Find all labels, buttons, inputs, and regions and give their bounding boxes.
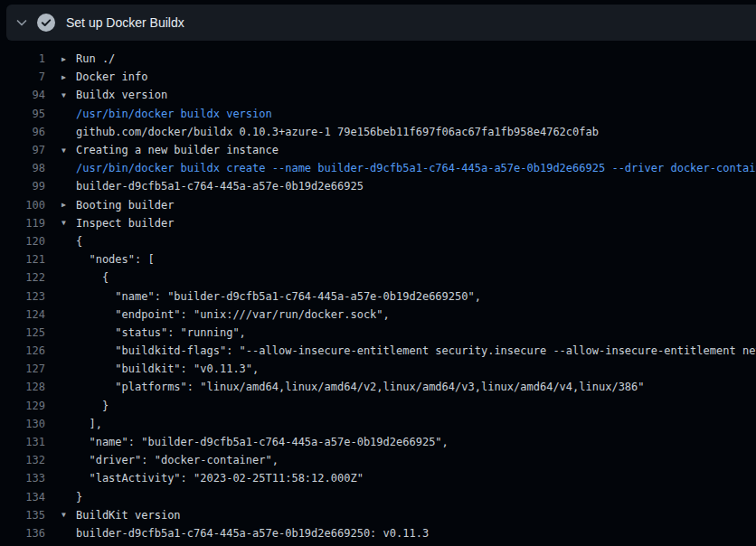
log-line: 95 /usr/bin/docker buildx version	[0, 105, 756, 123]
log-text: Inspect builder	[76, 217, 756, 230]
log-text: "endpoint": "unix:///var/run/docker.sock…	[76, 308, 756, 321]
log-line: 121 "nodes": [	[0, 250, 756, 268]
log-text: /usr/bin/docker buildx create --name bui…	[76, 162, 756, 174]
log-text: Docker info	[76, 71, 756, 83]
log-text: ],	[76, 418, 756, 430]
step-title: Set up Docker Buildx	[66, 15, 184, 30]
log-text: builder-d9cfb5a1-c764-445a-a57e-0b19d2e6…	[76, 527, 756, 540]
line-number[interactable]: 1	[0, 52, 45, 65]
log-area: 1 ▶ Run ./ 7 ▶ Docker info 94 ▼ Buildx v…	[0, 41, 756, 542]
line-number[interactable]: 124	[0, 308, 45, 321]
line-number[interactable]: 94	[0, 89, 45, 101]
log-line: 136 builder-d9cfb5a1-c764-445a-a57e-0b19…	[0, 524, 756, 542]
log-line: 126 "buildkitd-flags": "--allow-insecure…	[0, 342, 756, 360]
log-text: }	[76, 491, 756, 504]
log-line: 127 "buildkit": "v0.11.3",	[0, 360, 756, 378]
line-number[interactable]: 99	[0, 180, 45, 193]
log-text: }	[76, 400, 756, 412]
log-line: 98 /usr/bin/docker buildx create --name …	[0, 159, 756, 177]
log-line: 99 builder-d9cfb5a1-c764-445a-a57e-0b19d…	[0, 177, 756, 195]
line-number[interactable]: 130	[0, 418, 45, 430]
log-text: github.com/docker/buildx 0.10.3+azure-1 …	[76, 126, 756, 138]
log-group-row[interactable]: 135 ▼ BuildKit version	[0, 506, 756, 524]
log-text: BuildKit version	[76, 509, 756, 522]
triangle-right-icon: ▶	[61, 73, 76, 81]
log-text: "name": "builder-d9cfb5a1-c764-445a-a57e…	[76, 436, 756, 448]
triangle-right-icon: ▶	[61, 55, 76, 63]
triangle-down-icon: ▼	[61, 511, 76, 519]
chevron-down-icon[interactable]	[14, 15, 29, 30]
log-group-row[interactable]: 100 ▶ Booting builder	[0, 196, 756, 214]
log-line: 122 {	[0, 268, 756, 287]
line-number[interactable]: 129	[0, 400, 45, 412]
line-number[interactable]: 123	[0, 290, 45, 303]
log-text: Booting builder	[76, 199, 756, 212]
log-text: "nodes": [	[76, 253, 756, 266]
line-number[interactable]: 132	[0, 454, 45, 466]
line-number[interactable]: 135	[0, 509, 45, 522]
triangle-down-icon: ▼	[61, 146, 76, 155]
line-number[interactable]: 100	[0, 199, 45, 212]
triangle-down-icon: ▼	[61, 219, 76, 227]
log-text: builder-d9cfb5a1-c764-445a-a57e-0b19d2e6…	[76, 180, 756, 193]
log-text: "lastActivity": "2023-02-25T11:58:12.000…	[76, 472, 756, 485]
line-number[interactable]: 120	[0, 235, 45, 248]
log-line: 134 }	[0, 488, 756, 506]
log-line: 133 "lastActivity": "2023-02-25T11:58:12…	[0, 469, 756, 487]
line-number[interactable]: 122	[0, 271, 45, 284]
line-number[interactable]: 127	[0, 362, 45, 375]
log-line: 123 "name": "builder-d9cfb5a1-c764-445a-…	[0, 287, 756, 305]
log-text: "name": "builder-d9cfb5a1-c764-445a-a57e…	[76, 290, 756, 303]
log-line: 129 }	[0, 397, 756, 415]
log-text: {	[76, 235, 756, 248]
line-number[interactable]: 121	[0, 253, 45, 266]
line-number[interactable]: 95	[0, 108, 45, 120]
log-group-row[interactable]: 7 ▶ Docker info	[0, 68, 756, 86]
line-number[interactable]: 133	[0, 472, 45, 485]
log-line: 125 "status": "running",	[0, 324, 756, 342]
line-number[interactable]: 119	[0, 217, 45, 230]
log-group-row[interactable]: 119 ▼ Inspect builder	[0, 214, 756, 232]
log-group-row[interactable]: 1 ▶ Run ./	[0, 50, 756, 68]
log-text: "status": "running",	[76, 326, 756, 339]
log-line: 128 "platforms": "linux/amd64,linux/amd6…	[0, 378, 756, 396]
line-number[interactable]: 131	[0, 436, 45, 448]
step-header[interactable]: Set up Docker Buildx	[6, 5, 756, 41]
log-text: {	[76, 271, 756, 284]
log-text: /usr/bin/docker buildx version	[76, 108, 756, 120]
line-number[interactable]: 136	[0, 527, 45, 540]
check-circle-icon	[37, 14, 55, 32]
log-line: 130 ],	[0, 415, 756, 433]
log-text: Buildx version	[76, 89, 756, 101]
log-text: Creating a new builder instance	[76, 144, 756, 156]
triangle-right-icon: ▶	[61, 201, 76, 209]
log-text: "buildkitd-flags": "--allow-insecure-ent…	[76, 344, 756, 357]
line-number[interactable]: 134	[0, 491, 45, 504]
log-group-row[interactable]: 97 ▼ Creating a new builder instance	[0, 141, 756, 159]
log-text: "buildkit": "v0.11.3",	[76, 362, 756, 375]
log-line: 132 "driver": "docker-container",	[0, 451, 756, 469]
log-group-row[interactable]: 94 ▼ Buildx version	[0, 86, 756, 104]
log-line: 124 "endpoint": "unix:///var/run/docker.…	[0, 306, 756, 324]
line-number[interactable]: 97	[0, 144, 45, 156]
log-line: 120 {	[0, 232, 756, 250]
triangle-down-icon: ▼	[61, 91, 76, 99]
line-number[interactable]: 98	[0, 162, 45, 174]
log-line: 96 github.com/docker/buildx 0.10.3+azure…	[0, 123, 756, 141]
log-text: "platforms": "linux/amd64,linux/amd64/v2…	[76, 381, 756, 393]
log-text: "driver": "docker-container",	[76, 454, 756, 466]
log-line: 131 "name": "builder-d9cfb5a1-c764-445a-…	[0, 433, 756, 451]
line-number[interactable]: 7	[0, 71, 45, 83]
line-number[interactable]: 126	[0, 344, 45, 357]
line-number[interactable]: 128	[0, 381, 45, 393]
log-text: Run ./	[76, 52, 756, 65]
line-number[interactable]: 125	[0, 326, 45, 339]
line-number[interactable]: 96	[0, 126, 45, 138]
